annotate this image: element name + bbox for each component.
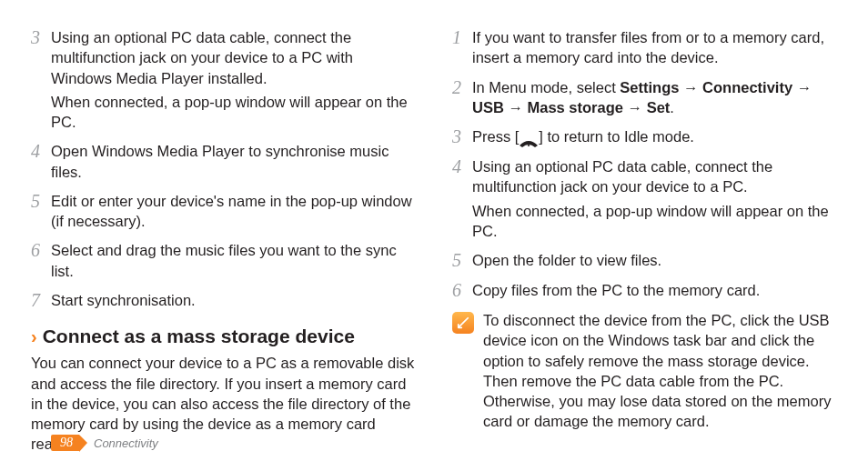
step-text: In Menu mode, select Settings → Connecti…: [472, 77, 837, 118]
note-box: To disconnect the device from the PC, cl…: [452, 310, 837, 432]
bold-text: Mass storage: [528, 99, 623, 115]
step-body: Open the folder to view files.: [472, 250, 837, 271]
step-body: If you want to transfer files from or to…: [472, 27, 837, 68]
chevron-right-icon: ›: [31, 327, 37, 346]
step-text: When connected, a pop-up window will app…: [51, 92, 416, 133]
step-number: 1: [452, 27, 472, 68]
left-step-5: 5Edit or enter your device's name in the…: [31, 191, 416, 232]
right-step-6: 6Copy files from the PC to the memory ca…: [452, 280, 837, 301]
bold-text: Connectivity: [702, 79, 792, 95]
page: 3Using an optional PC data cable, connec…: [0, 0, 868, 471]
step-body: Press [] to return to Idle mode.: [472, 126, 837, 147]
step-body: Edit or enter your device's name in the …: [51, 191, 416, 232]
left-step-4: 4Open Windows Media Player to synchronis…: [31, 141, 416, 182]
step-body: Start synchronisation.: [51, 290, 416, 311]
step-body: Using an optional PC data cable, connect…: [51, 27, 416, 132]
right-step-2: 2In Menu mode, select Settings → Connect…: [452, 77, 837, 118]
footer-section-label: Connectivity: [94, 436, 158, 450]
right-step-3: 3Press [] to return to Idle mode.: [452, 126, 837, 147]
step-number: 2: [452, 77, 472, 118]
step-text: Using an optional PC data cable, connect…: [51, 27, 416, 88]
step-text: Press [] to return to Idle mode.: [472, 126, 837, 146]
step-number: 4: [452, 156, 472, 241]
section-heading-row: ›Connect as a mass storage device: [31, 324, 416, 349]
left-step-3: 3Using an optional PC data cable, connec…: [31, 27, 416, 132]
page-number: 98: [51, 435, 79, 451]
two-column-layout: 3Using an optional PC data cable, connec…: [31, 27, 837, 455]
step-body: Copy files from the PC to the memory car…: [472, 280, 837, 301]
step-number: 3: [31, 27, 51, 132]
right-step-5: 5Open the folder to view files.: [452, 250, 837, 271]
step-text: Copy files from the PC to the memory car…: [472, 280, 837, 300]
end-call-key-icon: [519, 133, 539, 142]
note-icon: [452, 312, 474, 334]
right-column: 1If you want to transfer files from or t…: [452, 27, 837, 455]
step-body: Open Windows Media Player to synchronise…: [51, 141, 416, 182]
note-text: To disconnect the device from the PC, cl…: [483, 310, 837, 432]
step-number: 7: [31, 290, 51, 311]
step-number: 6: [31, 240, 51, 281]
left-step-7: 7Start synchronisation.: [31, 290, 416, 311]
step-number: 3: [452, 126, 472, 147]
step-body: Select and drag the music files you want…: [51, 240, 416, 281]
step-number: 5: [452, 250, 472, 271]
left-step-6: 6Select and drag the music files you wan…: [31, 240, 416, 281]
svg-point-0: [528, 145, 530, 146]
step-text: If you want to transfer files from or to…: [472, 27, 837, 68]
step-text: Open Windows Media Player to synchronise…: [51, 141, 416, 182]
step-number: 6: [452, 280, 472, 301]
right-step-4: 4Using an optional PC data cable, connec…: [452, 156, 837, 241]
step-body: Using an optional PC data cable, connect…: [472, 156, 837, 241]
page-footer: 98 Connectivity: [51, 435, 158, 451]
arrow-text: →: [679, 79, 702, 95]
arrow-text: →: [792, 79, 812, 95]
arrow-text: →: [504, 99, 528, 115]
right-step-1: 1If you want to transfer files from or t…: [452, 27, 837, 68]
bold-text: USB: [472, 99, 504, 115]
step-number: 4: [31, 141, 51, 182]
step-body: In Menu mode, select Settings → Connecti…: [472, 77, 837, 118]
arrow-text: →: [623, 99, 647, 115]
section-title: Connect as a mass storage device: [43, 324, 355, 349]
step-text: When connected, a pop-up window will app…: [472, 201, 837, 242]
left-column: 3Using an optional PC data cable, connec…: [31, 27, 416, 455]
step-text: Start synchronisation.: [51, 290, 416, 310]
bold-text: Settings: [620, 79, 679, 95]
step-text: Open the folder to view files.: [472, 250, 837, 270]
step-text: Select and drag the music files you want…: [51, 240, 416, 281]
step-number: 5: [31, 191, 51, 232]
step-text: Edit or enter your device's name in the …: [51, 191, 416, 232]
step-text: Using an optional PC data cable, connect…: [472, 156, 837, 197]
bold-text: Set: [647, 99, 671, 115]
